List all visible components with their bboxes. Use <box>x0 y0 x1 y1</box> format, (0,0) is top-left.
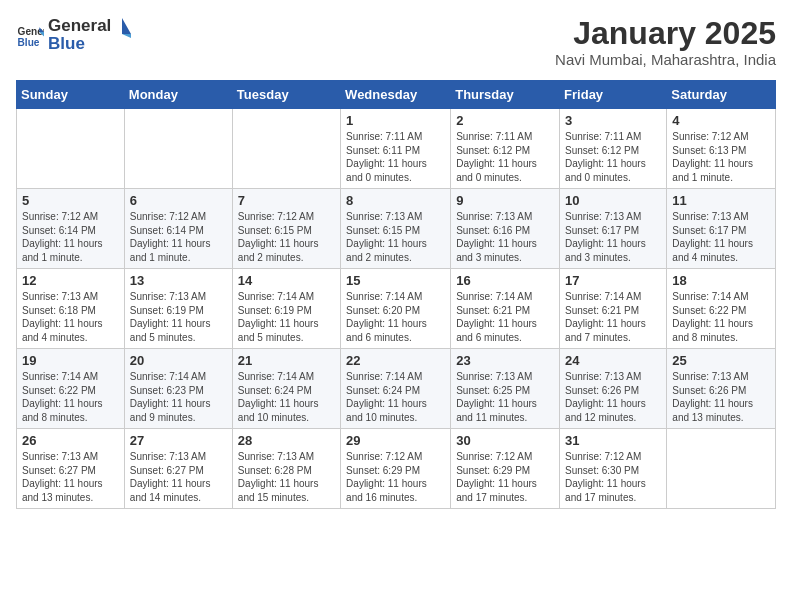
cell-content: Sunrise: 7:13 AM Sunset: 6:17 PM Dayligh… <box>565 210 661 264</box>
calendar-cell: 31Sunrise: 7:12 AM Sunset: 6:30 PM Dayli… <box>560 429 667 509</box>
logo: General Blue General Blue <box>16 16 131 54</box>
cell-content: Sunrise: 7:12 AM Sunset: 6:29 PM Dayligh… <box>346 450 445 504</box>
calendar-subtitle: Navi Mumbai, Maharashtra, India <box>555 51 776 68</box>
calendar-cell: 17Sunrise: 7:14 AM Sunset: 6:21 PM Dayli… <box>560 269 667 349</box>
calendar-cell <box>232 109 340 189</box>
col-sunday: Sunday <box>17 81 125 109</box>
cell-content: Sunrise: 7:12 AM Sunset: 6:30 PM Dayligh… <box>565 450 661 504</box>
cell-content: Sunrise: 7:14 AM Sunset: 6:21 PM Dayligh… <box>565 290 661 344</box>
cell-content: Sunrise: 7:11 AM Sunset: 6:12 PM Dayligh… <box>456 130 554 184</box>
day-number: 4 <box>672 113 770 128</box>
cell-content: Sunrise: 7:11 AM Sunset: 6:11 PM Dayligh… <box>346 130 445 184</box>
day-number: 11 <box>672 193 770 208</box>
title-area: January 2025 Navi Mumbai, Maharashtra, I… <box>555 16 776 68</box>
calendar-cell: 6Sunrise: 7:12 AM Sunset: 6:14 PM Daylig… <box>124 189 232 269</box>
cell-content: Sunrise: 7:12 AM Sunset: 6:14 PM Dayligh… <box>22 210 119 264</box>
day-number: 31 <box>565 433 661 448</box>
calendar-cell: 30Sunrise: 7:12 AM Sunset: 6:29 PM Dayli… <box>451 429 560 509</box>
calendar-week-row: 19Sunrise: 7:14 AM Sunset: 6:22 PM Dayli… <box>17 349 776 429</box>
cell-content: Sunrise: 7:11 AM Sunset: 6:12 PM Dayligh… <box>565 130 661 184</box>
cell-content: Sunrise: 7:14 AM Sunset: 6:21 PM Dayligh… <box>456 290 554 344</box>
day-number: 30 <box>456 433 554 448</box>
day-number: 22 <box>346 353 445 368</box>
day-number: 3 <box>565 113 661 128</box>
day-number: 28 <box>238 433 335 448</box>
calendar-cell: 15Sunrise: 7:14 AM Sunset: 6:20 PM Dayli… <box>341 269 451 349</box>
calendar-cell: 13Sunrise: 7:13 AM Sunset: 6:19 PM Dayli… <box>124 269 232 349</box>
calendar-week-row: 1Sunrise: 7:11 AM Sunset: 6:11 PM Daylig… <box>17 109 776 189</box>
cell-content: Sunrise: 7:13 AM Sunset: 6:26 PM Dayligh… <box>565 370 661 424</box>
col-friday: Friday <box>560 81 667 109</box>
day-number: 25 <box>672 353 770 368</box>
cell-content: Sunrise: 7:12 AM Sunset: 6:13 PM Dayligh… <box>672 130 770 184</box>
day-number: 7 <box>238 193 335 208</box>
day-number: 2 <box>456 113 554 128</box>
col-monday: Monday <box>124 81 232 109</box>
calendar-cell: 4Sunrise: 7:12 AM Sunset: 6:13 PM Daylig… <box>667 109 776 189</box>
cell-content: Sunrise: 7:13 AM Sunset: 6:25 PM Dayligh… <box>456 370 554 424</box>
day-number: 10 <box>565 193 661 208</box>
day-number: 6 <box>130 193 227 208</box>
day-number: 8 <box>346 193 445 208</box>
calendar-cell <box>667 429 776 509</box>
day-number: 19 <box>22 353 119 368</box>
calendar-cell: 24Sunrise: 7:13 AM Sunset: 6:26 PM Dayli… <box>560 349 667 429</box>
calendar-cell: 14Sunrise: 7:14 AM Sunset: 6:19 PM Dayli… <box>232 269 340 349</box>
calendar-cell: 9Sunrise: 7:13 AM Sunset: 6:16 PM Daylig… <box>451 189 560 269</box>
day-number: 17 <box>565 273 661 288</box>
cell-content: Sunrise: 7:13 AM Sunset: 6:19 PM Dayligh… <box>130 290 227 344</box>
cell-content: Sunrise: 7:14 AM Sunset: 6:24 PM Dayligh… <box>346 370 445 424</box>
svg-text:Blue: Blue <box>18 37 40 48</box>
day-number: 21 <box>238 353 335 368</box>
calendar-week-row: 12Sunrise: 7:13 AM Sunset: 6:18 PM Dayli… <box>17 269 776 349</box>
calendar-cell: 29Sunrise: 7:12 AM Sunset: 6:29 PM Dayli… <box>341 429 451 509</box>
calendar-cell: 26Sunrise: 7:13 AM Sunset: 6:27 PM Dayli… <box>17 429 125 509</box>
day-number: 23 <box>456 353 554 368</box>
day-number: 16 <box>456 273 554 288</box>
cell-content: Sunrise: 7:13 AM Sunset: 6:26 PM Dayligh… <box>672 370 770 424</box>
calendar-cell: 16Sunrise: 7:14 AM Sunset: 6:21 PM Dayli… <box>451 269 560 349</box>
cell-content: Sunrise: 7:13 AM Sunset: 6:27 PM Dayligh… <box>22 450 119 504</box>
col-tuesday: Tuesday <box>232 81 340 109</box>
day-number: 27 <box>130 433 227 448</box>
calendar-cell: 22Sunrise: 7:14 AM Sunset: 6:24 PM Dayli… <box>341 349 451 429</box>
cell-content: Sunrise: 7:13 AM Sunset: 6:28 PM Dayligh… <box>238 450 335 504</box>
day-number: 12 <box>22 273 119 288</box>
cell-content: Sunrise: 7:14 AM Sunset: 6:19 PM Dayligh… <box>238 290 335 344</box>
svg-marker-5 <box>122 34 131 38</box>
day-number: 15 <box>346 273 445 288</box>
calendar-cell: 19Sunrise: 7:14 AM Sunset: 6:22 PM Dayli… <box>17 349 125 429</box>
cell-content: Sunrise: 7:14 AM Sunset: 6:23 PM Dayligh… <box>130 370 227 424</box>
calendar-cell: 20Sunrise: 7:14 AM Sunset: 6:23 PM Dayli… <box>124 349 232 429</box>
cell-content: Sunrise: 7:13 AM Sunset: 6:15 PM Dayligh… <box>346 210 445 264</box>
day-number: 18 <box>672 273 770 288</box>
cell-content: Sunrise: 7:14 AM Sunset: 6:20 PM Dayligh… <box>346 290 445 344</box>
cell-content: Sunrise: 7:14 AM Sunset: 6:22 PM Dayligh… <box>672 290 770 344</box>
calendar-cell <box>124 109 232 189</box>
day-number: 26 <box>22 433 119 448</box>
logo-sail-icon <box>113 16 131 38</box>
calendar-cell: 3Sunrise: 7:11 AM Sunset: 6:12 PM Daylig… <box>560 109 667 189</box>
calendar-cell: 1Sunrise: 7:11 AM Sunset: 6:11 PM Daylig… <box>341 109 451 189</box>
cell-content: Sunrise: 7:13 AM Sunset: 6:18 PM Dayligh… <box>22 290 119 344</box>
calendar-cell: 5Sunrise: 7:12 AM Sunset: 6:14 PM Daylig… <box>17 189 125 269</box>
cell-content: Sunrise: 7:14 AM Sunset: 6:22 PM Dayligh… <box>22 370 119 424</box>
day-number: 13 <box>130 273 227 288</box>
cell-content: Sunrise: 7:12 AM Sunset: 6:15 PM Dayligh… <box>238 210 335 264</box>
page-header: General Blue General Blue January 2025 N… <box>16 16 776 68</box>
calendar-cell: 11Sunrise: 7:13 AM Sunset: 6:17 PM Dayli… <box>667 189 776 269</box>
calendar-cell: 21Sunrise: 7:14 AM Sunset: 6:24 PM Dayli… <box>232 349 340 429</box>
calendar-cell: 28Sunrise: 7:13 AM Sunset: 6:28 PM Dayli… <box>232 429 340 509</box>
day-number: 1 <box>346 113 445 128</box>
cell-content: Sunrise: 7:12 AM Sunset: 6:29 PM Dayligh… <box>456 450 554 504</box>
calendar-cell: 7Sunrise: 7:12 AM Sunset: 6:15 PM Daylig… <box>232 189 340 269</box>
day-number: 9 <box>456 193 554 208</box>
cell-content: Sunrise: 7:14 AM Sunset: 6:24 PM Dayligh… <box>238 370 335 424</box>
col-wednesday: Wednesday <box>341 81 451 109</box>
calendar-table: Sunday Monday Tuesday Wednesday Thursday… <box>16 80 776 509</box>
day-number: 14 <box>238 273 335 288</box>
cell-content: Sunrise: 7:13 AM Sunset: 6:16 PM Dayligh… <box>456 210 554 264</box>
cell-content: Sunrise: 7:13 AM Sunset: 6:27 PM Dayligh… <box>130 450 227 504</box>
logo-icon: General Blue <box>16 21 44 49</box>
calendar-cell: 25Sunrise: 7:13 AM Sunset: 6:26 PM Dayli… <box>667 349 776 429</box>
